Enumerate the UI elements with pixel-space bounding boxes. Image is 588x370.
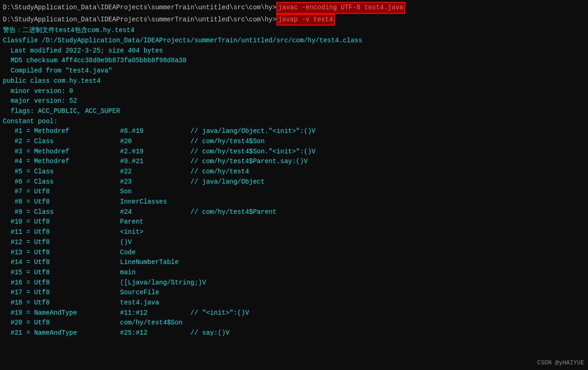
flags-line: flags: ACC_PUBLIC, ACC_SUPER xyxy=(0,106,588,117)
constant-pool-text: Constant pool: xyxy=(3,117,58,127)
pool-kind-19: NameAndType xyxy=(34,308,104,318)
pool-kind-21: NameAndType xyxy=(34,328,104,338)
pool-kind-3: Methodref xyxy=(34,147,104,157)
prompt-arrow-2: > xyxy=(273,15,276,25)
pool-kind-10: Utf8 xyxy=(34,217,104,227)
md5-text: MD5 checksum 4ff4cc38d0e9b873fa05bbb8f98… xyxy=(3,56,187,66)
pool-index-2: #2 = xyxy=(3,137,34,147)
warning-text: 警告：二进制文件test4包含com.hy.test4 xyxy=(3,26,134,36)
major-version-text: major version: 52 xyxy=(3,96,77,106)
pool-kind-8: Utf8 xyxy=(34,197,104,207)
pool-kind-2: Class xyxy=(34,137,104,147)
pool-value-15: main xyxy=(104,268,135,278)
pool-entry-5: #5 = Class #22 // com/hy/test4 xyxy=(0,167,588,177)
pool-entry-3: #3 = Methodref #2.#19 // com/hy/test4$So… xyxy=(0,147,588,157)
pool-kind-20: Utf8 xyxy=(34,318,104,328)
prompt-path-1: D:\StudyApplication_Data\IDEAProjects\su… xyxy=(3,3,273,13)
minor-version-text: minor version: 0 xyxy=(3,86,73,97)
pool-kind-18: Utf8 xyxy=(34,298,104,308)
pool-kind-16: Utf8 xyxy=(34,278,104,288)
pool-entry-11: #11 = Utf8 <init> xyxy=(0,227,588,238)
pool-entry-20: #20 = Utf8 com/hy/test4$Son xyxy=(0,318,588,328)
pool-entry-18: #18 = Utf8 test4.java xyxy=(0,298,588,308)
pool-kind-17: Utf8 xyxy=(34,288,104,298)
pool-index-13: #13 = xyxy=(3,248,34,258)
pool-index-3: #3 = xyxy=(3,147,34,157)
prompt-arrow-1: > xyxy=(273,3,276,13)
pool-kind-14: Utf8 xyxy=(34,258,104,268)
pool-value-20: com/hy/test4$Son xyxy=(104,318,182,328)
pool-index-11: #11 = xyxy=(3,227,34,238)
pool-index-17: #17 = xyxy=(3,288,34,298)
pool-entry-8: #8 = Utf8 InnerClasses xyxy=(0,197,588,207)
terminal-window: D:\StudyApplication_Data\IDEAProjects\su… xyxy=(0,0,588,370)
pool-comment-5: // com/hy/test4 xyxy=(182,167,249,177)
pool-value-13: Code xyxy=(104,248,135,258)
pool-value-2: #20 xyxy=(104,137,182,147)
pool-entry-10: #10 = Utf8 Parent xyxy=(0,217,588,227)
class-decl-text: public class com.hy.test4 xyxy=(3,76,100,86)
md5-line: MD5 checksum 4ff4cc38d0e9b873fa05bbb8f98… xyxy=(0,56,588,66)
pool-index-12: #12 = xyxy=(3,238,34,248)
pool-value-21: #25:#12 xyxy=(104,328,182,338)
pool-value-16: ([Ljava/lang/String;)V xyxy=(104,278,206,288)
pool-kind-1: Methodref xyxy=(34,126,104,137)
pool-entry-16: #16 = Utf8 ([Ljava/lang/String;)V xyxy=(0,278,588,288)
pool-value-8: InnerClasses xyxy=(104,197,167,207)
pool-index-5: #5 = xyxy=(3,167,34,177)
compiled-text: Compiled from "test4.java" xyxy=(3,66,112,76)
pool-entry-9: #9 = Class #24 // com/hy/test4$Parent xyxy=(0,207,588,218)
pool-entry-19: #19 = NameAndType #11:#12 // "<init>":()… xyxy=(0,308,588,318)
pool-index-19: #19 = xyxy=(3,308,34,318)
pool-entry-13: #13 = Utf8 Code xyxy=(0,248,588,258)
pool-comment-21: // say:()V xyxy=(182,328,229,338)
classfile-text: Classfile /D:/StudyApplication_Data/IDEA… xyxy=(3,36,362,46)
pool-entry-2: #2 = Class #20 // com/hy/test4$Son xyxy=(0,137,588,147)
pool-value-1: #6.#19 xyxy=(104,126,182,137)
classfile-line: Classfile /D:/StudyApplication_Data/IDEA… xyxy=(0,36,588,46)
pool-entry-1: #1 = Methodref #6.#19 // java/lang/Objec… xyxy=(0,126,588,137)
prompt-path-2: D:\StudyApplication_Data\IDEAProjects\su… xyxy=(3,15,273,25)
command-text-1: javac -encoding UTF-8 test4.java xyxy=(276,2,405,14)
lastmodified-line: Last modified 2022-3-25; size 404 bytes xyxy=(0,46,588,56)
pool-comment-4: // com/hy/test4$Parent.say:()V xyxy=(182,157,307,167)
pool-kind-4: Methodref xyxy=(34,157,104,167)
pool-value-11: <init> xyxy=(104,227,143,238)
major-version-line: major version: 52 xyxy=(0,96,588,106)
pool-kind-15: Utf8 xyxy=(34,268,104,278)
command-line-2: D:\StudyApplication_Data\IDEAProjects\su… xyxy=(0,14,588,26)
pool-index-21: #21 = xyxy=(3,328,34,338)
pool-entry-17: #17 = Utf8 SourceFile xyxy=(0,288,588,298)
pool-entry-14: #14 = Utf8 LineNumberTable xyxy=(0,258,588,268)
pool-index-1: #1 = xyxy=(3,126,34,137)
pool-kind-7: Utf8 xyxy=(34,187,104,197)
watermark: CSDN @yHAIYUE xyxy=(537,359,584,366)
pool-entry-6: #6 = Class #23 // java/lang/Object xyxy=(0,177,588,187)
pool-entry-15: #15 = Utf8 main xyxy=(0,268,588,278)
warning-line: 警告：二进制文件test4包含com.hy.test4 xyxy=(0,26,588,36)
pool-entry-7: #7 = Utf8 Son xyxy=(0,187,588,197)
pool-value-12: ()V xyxy=(104,238,132,248)
pool-value-10: Parent xyxy=(104,217,143,227)
pool-comment-6: // java/lang/Object xyxy=(182,177,264,187)
pool-kind-12: Utf8 xyxy=(34,238,104,248)
pool-value-5: #22 xyxy=(104,167,182,177)
pool-value-14: LineNumberTable xyxy=(104,258,179,268)
pool-value-4: #9.#21 xyxy=(104,157,182,167)
pool-index-15: #15 = xyxy=(3,268,34,278)
pool-value-18: test4.java xyxy=(104,298,159,308)
constant-pool-header: Constant pool: xyxy=(0,117,588,127)
pool-kind-6: Class xyxy=(34,177,104,187)
pool-entry-4: #4 = Methodref #9.#21 // com/hy/test4$Pa… xyxy=(0,157,588,167)
command-line-1: D:\StudyApplication_Data\IDEAProjects\su… xyxy=(0,2,588,14)
pool-index-9: #9 = xyxy=(3,207,34,218)
pool-comment-3: // com/hy/test4$Son."<init>":()V xyxy=(182,147,315,157)
flags-text: flags: ACC_PUBLIC, ACC_SUPER xyxy=(3,106,120,117)
class-decl-line: public class com.hy.test4 xyxy=(0,76,588,86)
minor-version-line: minor version: 0 xyxy=(0,86,588,97)
command-text-2: javap -v test4 xyxy=(276,14,335,26)
pool-value-19: #11:#12 xyxy=(104,308,182,318)
pool-comment-19: // "<init>":()V xyxy=(182,308,249,318)
pool-comment-2: // com/hy/test4$Son xyxy=(182,137,264,147)
pool-comment-9: // com/hy/test4$Parent xyxy=(182,207,276,218)
